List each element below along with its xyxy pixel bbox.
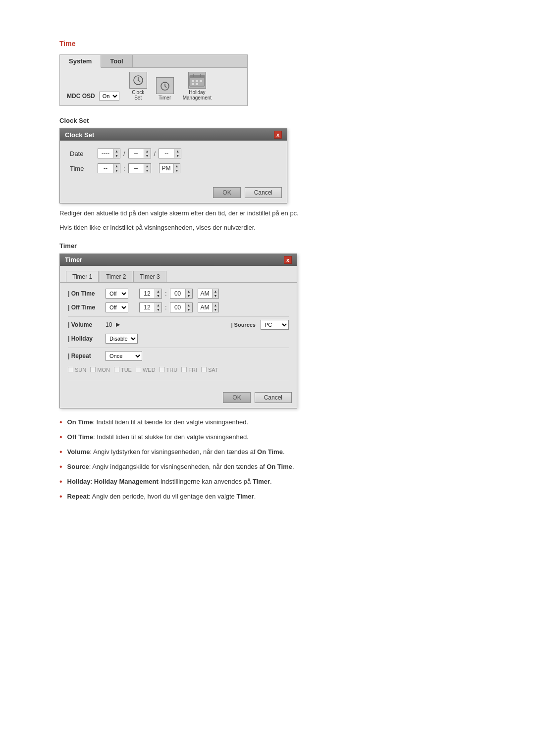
timer-close-button[interactable]: x <box>284 256 292 264</box>
off-ampm-down[interactable]: ▼ <box>213 307 219 312</box>
day-sat-label: SAT <box>208 367 218 373</box>
time-min-down[interactable]: ▼ <box>144 168 151 173</box>
off-ampm-up[interactable]: ▲ <box>213 303 219 307</box>
date-day-up[interactable]: ▲ <box>174 149 181 153</box>
timer-tab-1[interactable]: Timer 1 <box>66 271 99 282</box>
off-sep: : <box>165 303 167 311</box>
timer-tabs-bar: Timer 1 Timer 2 Timer 3 <box>60 266 297 283</box>
holiday-select[interactable]: Disable Enable <box>106 334 138 344</box>
repeat-select[interactable]: Once Everyday Weekly <box>106 351 142 361</box>
time-hour-value: -- <box>98 164 113 173</box>
menu-icons: Clock Set Timer <box>129 72 212 101</box>
day-sun-check[interactable] <box>68 367 73 372</box>
mdc-osd-select[interactable]: On Off <box>99 92 119 101</box>
time-min-spin[interactable]: -- ▲ ▼ <box>128 163 151 173</box>
timer-tab-3[interactable]: Timer 3 <box>133 271 166 282</box>
off-min-spin[interactable]: 00 ▲ ▼ <box>170 302 193 312</box>
menu-tab-system[interactable]: System <box>60 55 101 68</box>
day-thu-check[interactable] <box>160 367 165 372</box>
timer-divider2 <box>68 348 289 348</box>
menu-tab-tool[interactable]: Tool <box>101 55 132 67</box>
clock-set-ok-button[interactable]: OK <box>213 187 240 198</box>
clock-set-subtitle: Clock Set <box>59 117 476 124</box>
bullet-dot-1: • <box>59 416 62 428</box>
on-min-spin[interactable]: 00 ▲ ▼ <box>170 289 193 299</box>
menu-tabs: System Tool <box>60 55 247 68</box>
date-label: Date <box>70 150 95 157</box>
off-min-up[interactable]: ▲ <box>186 303 192 307</box>
date-year-up[interactable]: ▲ <box>113 149 120 153</box>
clock-icon <box>129 72 147 89</box>
on-time-select[interactable]: Off On <box>106 289 128 299</box>
bullet-holiday: • Holiday: Holiday Management-indstillin… <box>59 477 476 488</box>
on-min-up[interactable]: ▲ <box>186 289 192 294</box>
off-hour-spin[interactable]: 12 ▲ ▼ <box>139 302 162 312</box>
bullet-source-text: Source: Angiv indgangskilde for visnings… <box>67 462 294 472</box>
ampm-arrows: ▲ ▼ <box>173 164 180 173</box>
off-time-select[interactable]: Off On <box>106 302 128 312</box>
day-fri-label: FRI <box>188 367 197 373</box>
clock-set-cancel-button[interactable]: Cancel <box>245 187 282 198</box>
off-hour-value: 12 <box>140 303 155 312</box>
day-sat-check[interactable] <box>201 367 207 372</box>
holiday-icon-item[interactable]: Holiday Management <box>183 72 212 101</box>
bullet-source: • Source: Angiv indgangskilde for visnin… <box>59 462 476 473</box>
off-hour-down[interactable]: ▼ <box>155 307 161 312</box>
day-mon-check[interactable] <box>90 367 96 372</box>
svg-rect-8 <box>196 80 198 82</box>
date-day-spin[interactable]: -- ▲ ▼ <box>159 149 181 158</box>
off-hour-up[interactable]: ▲ <box>155 303 161 307</box>
timer-tab-2[interactable]: Timer 2 <box>100 271 132 282</box>
on-hour-spin[interactable]: 12 ▲ ▼ <box>139 289 162 299</box>
date-month-arrows: ▲ ▼ <box>144 149 151 158</box>
date-month-down[interactable]: ▼ <box>144 153 151 158</box>
timer-label: Timer <box>159 95 171 101</box>
date-year-down[interactable]: ▼ <box>113 153 120 158</box>
clock-set-icon-item[interactable]: Clock Set <box>129 72 147 101</box>
time-hour-down[interactable]: ▼ <box>113 168 120 173</box>
timer-cancel-button[interactable]: Cancel <box>255 392 292 403</box>
volume-arrow[interactable]: ▶ <box>116 321 120 328</box>
date-month-up[interactable]: ▲ <box>144 149 151 153</box>
time-hour-up[interactable]: ▲ <box>113 164 120 168</box>
date-year-spin[interactable]: ---- ▲ ▼ <box>98 149 120 158</box>
svg-rect-10 <box>192 83 194 85</box>
date-month-spin[interactable]: -- ▲ ▼ <box>128 149 151 158</box>
bullet-dot-5: • <box>59 476 62 488</box>
sources-label: Sources <box>231 322 256 328</box>
on-ampm-up[interactable]: ▲ <box>213 289 219 294</box>
on-ampm-spin[interactable]: AM ▲ ▼ <box>198 289 219 299</box>
time-row: Time -- ▲ ▼ : -- ▲ ▼ <box>70 163 277 173</box>
on-hour-down[interactable]: ▼ <box>155 294 161 298</box>
date-day-arrows: ▲ ▼ <box>174 149 181 158</box>
day-wed-check[interactable] <box>136 367 141 372</box>
mdc-osd-label: MDC OSD <box>67 93 95 100</box>
day-fri-check[interactable] <box>181 367 187 372</box>
on-sep: : <box>165 290 167 297</box>
bullet-on-time-text: On Time: Indstil tiden til at tænde for … <box>67 417 248 427</box>
timer-divider1 <box>68 316 289 317</box>
timer-icon-item[interactable]: Timer <box>156 77 174 101</box>
time-hour-spin[interactable]: -- ▲ ▼ <box>98 163 120 173</box>
clock-set-desc1: Redigér den aktuelle tid på den valgte s… <box>59 208 476 219</box>
on-ampm-down[interactable]: ▼ <box>213 294 219 298</box>
date-month-value: -- <box>129 149 144 158</box>
on-hour-up[interactable]: ▲ <box>155 289 161 294</box>
ampm-spin[interactable]: PM ▲ ▼ <box>159 163 181 173</box>
off-ampm-spin[interactable]: AM ▲ ▼ <box>198 302 219 312</box>
clock-set-titlebar: Clock Set x <box>60 129 287 141</box>
clock-set-close-button[interactable]: x <box>274 131 282 139</box>
on-min-down[interactable]: ▼ <box>186 294 192 298</box>
sources-select[interactable]: PC HDMI DVI <box>261 320 289 330</box>
timer-ok-button[interactable]: OK <box>223 392 250 403</box>
day-mon: MON <box>90 367 110 373</box>
svg-point-1 <box>137 80 138 81</box>
bullet-dot-4: • <box>59 461 62 473</box>
time-min-up[interactable]: ▲ <box>144 164 151 168</box>
date-day-down[interactable]: ▼ <box>174 153 181 158</box>
ampm-up[interactable]: ▲ <box>174 164 180 168</box>
ampm-down[interactable]: ▼ <box>174 168 180 173</box>
day-tue-check[interactable] <box>114 367 119 372</box>
time-min-arrows: ▲ ▼ <box>144 164 151 173</box>
off-min-down[interactable]: ▼ <box>186 307 192 312</box>
